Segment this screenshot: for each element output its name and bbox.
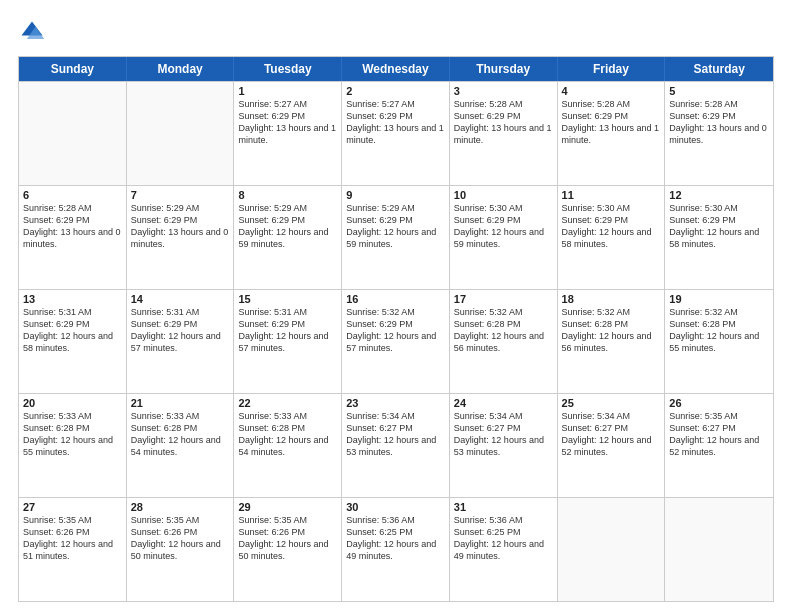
day-info: Sunrise: 5:33 AMSunset: 6:28 PMDaylight:…: [238, 410, 337, 459]
calendar-cell: 12Sunrise: 5:30 AMSunset: 6:29 PMDayligh…: [665, 186, 773, 289]
calendar-cell: 19Sunrise: 5:32 AMSunset: 6:28 PMDayligh…: [665, 290, 773, 393]
calendar-cell: 1Sunrise: 5:27 AMSunset: 6:29 PMDaylight…: [234, 82, 342, 185]
calendar-cell: 14Sunrise: 5:31 AMSunset: 6:29 PMDayligh…: [127, 290, 235, 393]
calendar-cell: 18Sunrise: 5:32 AMSunset: 6:28 PMDayligh…: [558, 290, 666, 393]
header-cell-monday: Monday: [127, 57, 235, 81]
calendar-cell: 30Sunrise: 5:36 AMSunset: 6:25 PMDayligh…: [342, 498, 450, 601]
calendar-header-row: SundayMondayTuesdayWednesdayThursdayFrid…: [19, 57, 773, 81]
calendar-cell: 25Sunrise: 5:34 AMSunset: 6:27 PMDayligh…: [558, 394, 666, 497]
day-number: 2: [346, 85, 445, 97]
day-number: 21: [131, 397, 230, 409]
day-number: 1: [238, 85, 337, 97]
calendar-cell: 26Sunrise: 5:35 AMSunset: 6:27 PMDayligh…: [665, 394, 773, 497]
day-number: 8: [238, 189, 337, 201]
day-info: Sunrise: 5:28 AMSunset: 6:29 PMDaylight:…: [23, 202, 122, 251]
day-info: Sunrise: 5:28 AMSunset: 6:29 PMDaylight:…: [454, 98, 553, 147]
day-info: Sunrise: 5:30 AMSunset: 6:29 PMDaylight:…: [669, 202, 769, 251]
calendar-cell: 6Sunrise: 5:28 AMSunset: 6:29 PMDaylight…: [19, 186, 127, 289]
day-info: Sunrise: 5:30 AMSunset: 6:29 PMDaylight:…: [454, 202, 553, 251]
calendar-cell: 7Sunrise: 5:29 AMSunset: 6:29 PMDaylight…: [127, 186, 235, 289]
calendar-cell: 15Sunrise: 5:31 AMSunset: 6:29 PMDayligh…: [234, 290, 342, 393]
day-info: Sunrise: 5:32 AMSunset: 6:28 PMDaylight:…: [562, 306, 661, 355]
calendar-row-1: 6Sunrise: 5:28 AMSunset: 6:29 PMDaylight…: [19, 185, 773, 289]
day-number: 13: [23, 293, 122, 305]
calendar-cell: [19, 82, 127, 185]
calendar-cell: 3Sunrise: 5:28 AMSunset: 6:29 PMDaylight…: [450, 82, 558, 185]
header: [18, 18, 774, 46]
calendar-row-0: 1Sunrise: 5:27 AMSunset: 6:29 PMDaylight…: [19, 81, 773, 185]
calendar-cell: 16Sunrise: 5:32 AMSunset: 6:29 PMDayligh…: [342, 290, 450, 393]
calendar-body: 1Sunrise: 5:27 AMSunset: 6:29 PMDaylight…: [19, 81, 773, 601]
day-number: 5: [669, 85, 769, 97]
day-info: Sunrise: 5:35 AMSunset: 6:26 PMDaylight:…: [131, 514, 230, 563]
header-cell-saturday: Saturday: [665, 57, 773, 81]
day-number: 19: [669, 293, 769, 305]
calendar-row-4: 27Sunrise: 5:35 AMSunset: 6:26 PMDayligh…: [19, 497, 773, 601]
day-number: 9: [346, 189, 445, 201]
calendar-cell: [127, 82, 235, 185]
day-info: Sunrise: 5:34 AMSunset: 6:27 PMDaylight:…: [346, 410, 445, 459]
day-number: 11: [562, 189, 661, 201]
day-info: Sunrise: 5:34 AMSunset: 6:27 PMDaylight:…: [454, 410, 553, 459]
logo-icon: [18, 18, 46, 46]
day-info: Sunrise: 5:29 AMSunset: 6:29 PMDaylight:…: [238, 202, 337, 251]
calendar-cell: 29Sunrise: 5:35 AMSunset: 6:26 PMDayligh…: [234, 498, 342, 601]
day-number: 22: [238, 397, 337, 409]
day-info: Sunrise: 5:27 AMSunset: 6:29 PMDaylight:…: [238, 98, 337, 147]
day-info: Sunrise: 5:36 AMSunset: 6:25 PMDaylight:…: [454, 514, 553, 563]
calendar-cell: 28Sunrise: 5:35 AMSunset: 6:26 PMDayligh…: [127, 498, 235, 601]
day-number: 4: [562, 85, 661, 97]
day-number: 26: [669, 397, 769, 409]
day-number: 7: [131, 189, 230, 201]
day-info: Sunrise: 5:31 AMSunset: 6:29 PMDaylight:…: [238, 306, 337, 355]
day-info: Sunrise: 5:35 AMSunset: 6:27 PMDaylight:…: [669, 410, 769, 459]
calendar-cell: 21Sunrise: 5:33 AMSunset: 6:28 PMDayligh…: [127, 394, 235, 497]
calendar-cell: 20Sunrise: 5:33 AMSunset: 6:28 PMDayligh…: [19, 394, 127, 497]
day-info: Sunrise: 5:32 AMSunset: 6:28 PMDaylight:…: [669, 306, 769, 355]
header-cell-thursday: Thursday: [450, 57, 558, 81]
day-info: Sunrise: 5:34 AMSunset: 6:27 PMDaylight:…: [562, 410, 661, 459]
calendar-cell: 31Sunrise: 5:36 AMSunset: 6:25 PMDayligh…: [450, 498, 558, 601]
calendar-cell: 17Sunrise: 5:32 AMSunset: 6:28 PMDayligh…: [450, 290, 558, 393]
day-number: 15: [238, 293, 337, 305]
day-info: Sunrise: 5:31 AMSunset: 6:29 PMDaylight:…: [131, 306, 230, 355]
day-info: Sunrise: 5:35 AMSunset: 6:26 PMDaylight:…: [238, 514, 337, 563]
day-info: Sunrise: 5:28 AMSunset: 6:29 PMDaylight:…: [669, 98, 769, 147]
calendar-cell: 22Sunrise: 5:33 AMSunset: 6:28 PMDayligh…: [234, 394, 342, 497]
day-info: Sunrise: 5:29 AMSunset: 6:29 PMDaylight:…: [346, 202, 445, 251]
calendar-cell: 24Sunrise: 5:34 AMSunset: 6:27 PMDayligh…: [450, 394, 558, 497]
day-number: 16: [346, 293, 445, 305]
day-number: 17: [454, 293, 553, 305]
day-info: Sunrise: 5:33 AMSunset: 6:28 PMDaylight:…: [23, 410, 122, 459]
day-info: Sunrise: 5:27 AMSunset: 6:29 PMDaylight:…: [346, 98, 445, 147]
day-number: 3: [454, 85, 553, 97]
day-number: 29: [238, 501, 337, 513]
calendar-cell: 27Sunrise: 5:35 AMSunset: 6:26 PMDayligh…: [19, 498, 127, 601]
day-number: 31: [454, 501, 553, 513]
calendar-row-3: 20Sunrise: 5:33 AMSunset: 6:28 PMDayligh…: [19, 393, 773, 497]
day-info: Sunrise: 5:28 AMSunset: 6:29 PMDaylight:…: [562, 98, 661, 147]
calendar-cell: 13Sunrise: 5:31 AMSunset: 6:29 PMDayligh…: [19, 290, 127, 393]
day-info: Sunrise: 5:32 AMSunset: 6:29 PMDaylight:…: [346, 306, 445, 355]
calendar-row-2: 13Sunrise: 5:31 AMSunset: 6:29 PMDayligh…: [19, 289, 773, 393]
day-info: Sunrise: 5:30 AMSunset: 6:29 PMDaylight:…: [562, 202, 661, 251]
day-number: 27: [23, 501, 122, 513]
calendar-cell: 2Sunrise: 5:27 AMSunset: 6:29 PMDaylight…: [342, 82, 450, 185]
day-info: Sunrise: 5:35 AMSunset: 6:26 PMDaylight:…: [23, 514, 122, 563]
calendar-cell: [665, 498, 773, 601]
calendar: SundayMondayTuesdayWednesdayThursdayFrid…: [18, 56, 774, 602]
day-info: Sunrise: 5:36 AMSunset: 6:25 PMDaylight:…: [346, 514, 445, 563]
day-number: 14: [131, 293, 230, 305]
header-cell-friday: Friday: [558, 57, 666, 81]
day-number: 25: [562, 397, 661, 409]
day-number: 12: [669, 189, 769, 201]
header-cell-sunday: Sunday: [19, 57, 127, 81]
day-info: Sunrise: 5:29 AMSunset: 6:29 PMDaylight:…: [131, 202, 230, 251]
day-info: Sunrise: 5:32 AMSunset: 6:28 PMDaylight:…: [454, 306, 553, 355]
day-number: 18: [562, 293, 661, 305]
page: SundayMondayTuesdayWednesdayThursdayFrid…: [0, 0, 792, 612]
calendar-cell: 9Sunrise: 5:29 AMSunset: 6:29 PMDaylight…: [342, 186, 450, 289]
logo: [18, 18, 50, 46]
day-number: 10: [454, 189, 553, 201]
calendar-cell: 11Sunrise: 5:30 AMSunset: 6:29 PMDayligh…: [558, 186, 666, 289]
